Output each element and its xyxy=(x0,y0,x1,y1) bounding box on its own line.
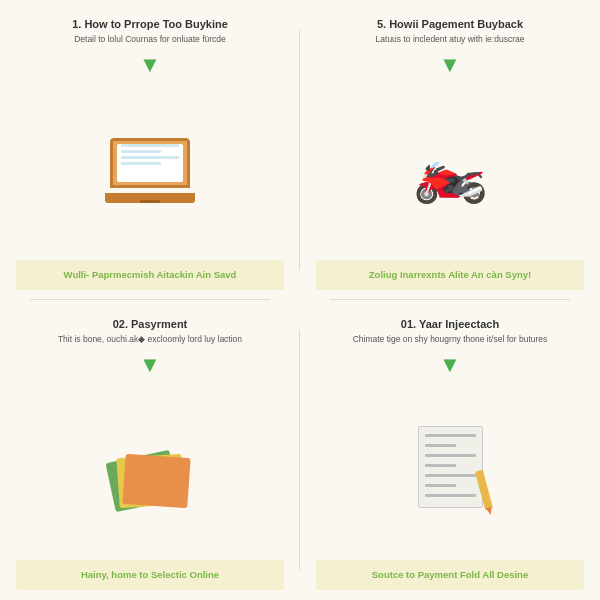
cell-3-image xyxy=(16,382,284,560)
cell-1: 1. How to Prrope Too Buykine Detail to l… xyxy=(0,0,300,300)
arrow-4: ▼ xyxy=(439,354,461,376)
cell-1-subtitle: Detail to lolul Cournas for onluate fürc… xyxy=(74,34,226,46)
document-icon xyxy=(413,426,488,516)
motorcycle-icon: 🏍️ xyxy=(413,141,488,201)
cell-2-title: 5. Howii Pagement Buyback xyxy=(377,18,523,30)
cell-1-label: Wulli- Paprmecmish Aitackin Ain Savd xyxy=(16,260,284,290)
folders-icon xyxy=(110,436,190,506)
cell-1-title: 1. How to Prrope Too Buykine xyxy=(72,18,228,30)
cell-4-image xyxy=(316,382,584,560)
cell-3: 02. Pasyrment Thit is bone, ouchi.ak◆ ex… xyxy=(0,300,300,600)
arrow-1: ▼ xyxy=(139,54,161,76)
cell-3-title: 02. Pasyrment xyxy=(113,318,188,330)
laptop-icon xyxy=(105,138,195,203)
cell-4-label: Soutce to Payment Fold All Desine xyxy=(316,560,584,590)
cell-2-image: 🏍️ xyxy=(316,82,584,260)
cell-1-image xyxy=(16,82,284,260)
infographic-grid: 1. How to Prrope Too Buykine Detail to l… xyxy=(0,0,600,600)
cell-2-subtitle: Latuus to incledent atuy with ie:duscrae xyxy=(376,34,525,46)
cell-3-subtitle: Thit is bone, ouchi.ak◆ excloomly lord l… xyxy=(58,334,242,346)
cell-2: 5. Howii Pagement Buyback Latuus to incl… xyxy=(300,0,600,300)
cell-2-label: Zoliug Inarrexnts Alite An càn Syny! xyxy=(316,260,584,290)
cell-4-title: 01. Yaar Injeectach xyxy=(401,318,499,330)
arrow-2: ▼ xyxy=(439,54,461,76)
arrow-3: ▼ xyxy=(139,354,161,376)
cell-3-label: Hainy, home to Selectic Online xyxy=(16,560,284,590)
cell-4: 01. Yaar Injeectach Chimate tige on shy … xyxy=(300,300,600,600)
cell-4-subtitle: Chimate tige on shy hougrny thone it/sel… xyxy=(353,334,548,346)
